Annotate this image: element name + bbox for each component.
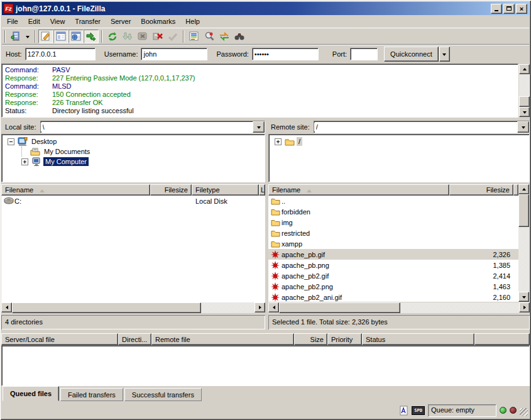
- tab-successful-transfers[interactable]: Successful transfers: [124, 388, 202, 401]
- reconnect-button[interactable]: [165, 30, 180, 43]
- scroll-right-button[interactable]: [255, 302, 265, 312]
- sync-browsing-button[interactable]: [217, 30, 232, 43]
- column-direction[interactable]: Directi...: [118, 333, 151, 345]
- tree-connector: [21, 146, 22, 157]
- column-filesize[interactable]: Filesize: [449, 184, 513, 196]
- menu-server[interactable]: Server: [106, 16, 136, 26]
- file-name: apache_pb.gif: [282, 251, 325, 258]
- process-queue-button[interactable]: [120, 30, 135, 43]
- toggle-message-log-button[interactable]: [38, 30, 53, 43]
- scroll-left-button[interactable]: [268, 302, 279, 312]
- menu-edit[interactable]: Edit: [23, 16, 45, 26]
- local-site-input[interactable]: [41, 123, 253, 131]
- disconnect-button[interactable]: [150, 30, 165, 43]
- remote-site-dropdown[interactable]: [517, 121, 529, 133]
- tree-item-desktop[interactable]: Desktop: [2, 136, 265, 146]
- find-button[interactable]: [232, 30, 247, 43]
- close-button[interactable]: ×: [516, 4, 527, 14]
- column-server-local-file[interactable]: Server/Local file: [1, 333, 118, 345]
- scroll-down-button[interactable]: [518, 292, 529, 302]
- site-manager-button[interactable]: [8, 30, 23, 43]
- remote-file-row[interactable]: apache_pb2.png 1,463: [268, 281, 518, 292]
- tree-item-root[interactable]: /: [269, 136, 529, 146]
- toggle-local-tree-button[interactable]: [53, 30, 68, 43]
- resize-grip[interactable]: [520, 408, 528, 416]
- sort-asc-icon: [40, 187, 45, 192]
- toggle-queue-button[interactable]: [84, 30, 99, 43]
- toggle-remote-tree-button[interactable]: [68, 30, 84, 43]
- image-file-icon: [271, 261, 282, 270]
- local-site-dropdown[interactable]: [253, 121, 265, 133]
- filter-button[interactable]: [187, 30, 202, 43]
- maximize-button[interactable]: [503, 4, 515, 14]
- refresh-icon: [107, 31, 118, 42]
- remote-file-row[interactable]: apache_pb2_ani.gif 2,160: [268, 292, 518, 302]
- username-input[interactable]: [141, 48, 207, 60]
- local-file-row[interactable]: C: Local Disk: [1, 196, 265, 206]
- log-line: Command:PASV: [5, 66, 518, 74]
- tab-failed-transfers[interactable]: Failed transfers: [60, 388, 123, 401]
- minimize-icon: [495, 10, 498, 11]
- scroll-down-button[interactable]: [519, 107, 530, 117]
- menu-transfer[interactable]: Transfer: [70, 16, 106, 26]
- port-input[interactable]: [350, 48, 378, 60]
- host-input[interactable]: [25, 48, 96, 60]
- column-filetype[interactable]: Filetype: [192, 184, 259, 196]
- scroll-thumb[interactable]: [12, 302, 201, 313]
- file-name: forbidden: [282, 208, 310, 216]
- column-filename[interactable]: Filename: [268, 184, 449, 196]
- menu-bookmarks[interactable]: Bookmarks: [136, 16, 180, 26]
- scroll-up-button[interactable]: [519, 64, 530, 74]
- filezilla-logo-icon: Fz: [4, 4, 13, 13]
- cancel-button[interactable]: [135, 30, 150, 43]
- column-status[interactable]: Status: [362, 333, 474, 345]
- tab-queued-files[interactable]: Queued files: [3, 386, 59, 401]
- remote-file-row[interactable]: apache_pb.png 1,385: [268, 260, 518, 270]
- menu-help[interactable]: Help: [180, 16, 205, 26]
- scroll-thumb[interactable]: [518, 194, 529, 227]
- quickconnect-button[interactable]: Quickconnect: [384, 47, 439, 62]
- remote-file-row[interactable]: forbidden: [268, 206, 518, 217]
- remote-file-row-selected[interactable]: apache_pb.gif 2,326: [268, 249, 518, 260]
- remote-file-row[interactable]: ..: [268, 196, 518, 206]
- chevron-down-icon: [442, 53, 446, 58]
- tree-item-my-documents[interactable]: My Documents: [2, 146, 265, 157]
- password-input[interactable]: [252, 48, 319, 60]
- remote-file-row[interactable]: restricted: [268, 228, 518, 238]
- remote-file-row[interactable]: img: [268, 217, 518, 228]
- folder-icon: [271, 197, 282, 205]
- minimize-button[interactable]: [491, 4, 502, 14]
- scroll-thumb[interactable]: [519, 96, 530, 107]
- column-last-modified[interactable]: L: [259, 184, 265, 196]
- disconnect-icon: [152, 31, 163, 42]
- column-remote-file[interactable]: Remote file: [151, 333, 294, 345]
- scroll-thumb[interactable]: [279, 302, 400, 313]
- queue-header: Server/Local file Directi... Remote file…: [1, 333, 530, 345]
- expand-icon[interactable]: [275, 138, 282, 145]
- tree-item-my-computer[interactable]: My Computer: [2, 157, 265, 167]
- refresh-button[interactable]: [105, 30, 120, 43]
- menu-file[interactable]: File: [2, 16, 23, 26]
- site-manager-dropdown[interactable]: [23, 30, 32, 43]
- my-documents-icon: [30, 148, 40, 156]
- queue-tabs: Queued files Failed transfers Successful…: [1, 387, 530, 401]
- password-label: Password:: [216, 50, 248, 58]
- column-priority[interactable]: Priority: [327, 333, 362, 345]
- remote-file-row[interactable]: xampp: [268, 238, 518, 249]
- scroll-right-button[interactable]: [519, 302, 530, 312]
- remote-file-row[interactable]: apache_pb2.gif 2,414: [268, 270, 518, 281]
- remote-site-row: Remote site:: [268, 120, 530, 134]
- column-filesize[interactable]: Filesize: [150, 184, 192, 196]
- remote-site-input[interactable]: [314, 123, 517, 131]
- collapse-icon[interactable]: [8, 138, 14, 145]
- scroll-up-button[interactable]: [518, 184, 529, 194]
- scroll-left-button[interactable]: [1, 302, 12, 312]
- quickconnect-dropdown[interactable]: [439, 47, 450, 62]
- column-filename[interactable]: Filename: [1, 184, 150, 196]
- column-size[interactable]: Size: [294, 333, 327, 345]
- expand-icon[interactable]: [21, 158, 28, 165]
- file-name: apache_pb2.gif: [282, 272, 329, 280]
- compare-button[interactable]: [202, 30, 217, 43]
- menu-view[interactable]: View: [45, 16, 70, 26]
- local-tree-icon: [55, 31, 67, 42]
